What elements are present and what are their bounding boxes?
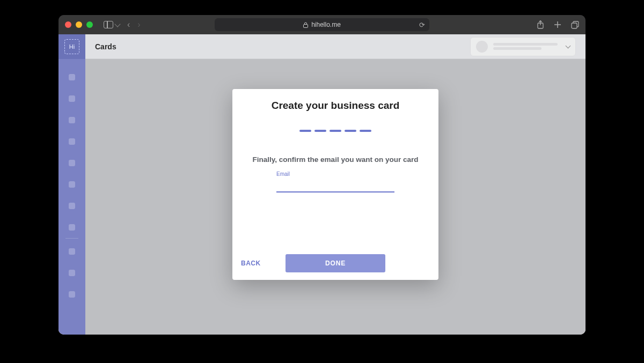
avatar (476, 41, 488, 53)
step-5 (360, 130, 371, 132)
app-content: Hi Cards (58, 34, 586, 335)
sidebar-item-2[interactable] (69, 95, 75, 102)
sidebar-item-4[interactable] (69, 138, 75, 145)
logo-frame: Hi (64, 39, 79, 54)
sidebar-item-6[interactable] (69, 181, 75, 188)
create-card-modal: Create your business card Finally, confi… (232, 89, 438, 280)
email-field-wrap: Email (276, 177, 394, 192)
maximize-window-button[interactable] (86, 21, 93, 28)
sidebar-item-5[interactable] (69, 160, 75, 166)
url-bar[interactable]: hihello.me ⟳ (215, 18, 429, 31)
page-title: Cards (95, 42, 116, 51)
tabs-icon[interactable] (571, 21, 579, 29)
step-indicator (239, 130, 432, 132)
sidebar-item-9[interactable] (69, 248, 75, 255)
sidebar-icon (104, 21, 113, 28)
sidebar-item-11[interactable] (69, 291, 75, 298)
email-field-label: Email (276, 171, 290, 177)
modal-overlay: Create your business card Finally, confi… (85, 59, 586, 335)
lock-icon (303, 22, 308, 28)
share-icon[interactable] (537, 20, 544, 29)
browser-window: ‹ › hihello.me ⟳ Hi (58, 15, 586, 335)
done-button[interactable]: DONE (286, 254, 385, 272)
sidebar-item-1[interactable] (69, 74, 75, 80)
window-controls (65, 21, 93, 28)
titlebar-left-controls: ‹ › (104, 20, 141, 29)
topbar: Cards (85, 34, 586, 59)
sidebar-item-7[interactable] (69, 203, 75, 209)
step-2 (314, 130, 326, 132)
chevron-down-icon (566, 43, 571, 48)
modal-prompt: Finally, confirm the email you want on y… (239, 155, 432, 164)
email-field[interactable] (276, 177, 394, 192)
sidebar-items (69, 74, 75, 231)
user-info-placeholder (493, 43, 558, 50)
sidebar-items-bottom (69, 248, 75, 298)
titlebar-right-controls (537, 20, 579, 29)
close-window-button[interactable] (65, 21, 71, 28)
svg-rect-0 (304, 24, 308, 27)
page-body: Create your business card Finally, confi… (85, 59, 586, 335)
url-text: hihello.me (311, 21, 341, 28)
sidebar-toggle-button[interactable] (104, 21, 120, 28)
modal-footer: BACK DONE (239, 255, 432, 272)
chevron-down-icon (114, 21, 120, 27)
forward-nav-button[interactable]: › (137, 20, 140, 29)
new-tab-icon[interactable] (554, 21, 561, 28)
sidebar-divider (65, 238, 78, 239)
step-1 (299, 130, 311, 132)
main-area: Cards Create your business card (85, 34, 586, 335)
user-menu[interactable] (470, 37, 576, 56)
step-3 (330, 130, 341, 132)
logo[interactable]: Hi (58, 34, 85, 59)
sidebar: Hi (58, 34, 85, 335)
back-nav-button[interactable]: ‹ (127, 20, 130, 29)
back-button[interactable]: BACK (239, 255, 263, 271)
reload-icon[interactable]: ⟳ (419, 21, 425, 29)
minimize-window-button[interactable] (76, 21, 82, 28)
step-4 (345, 130, 356, 132)
sidebar-item-10[interactable] (69, 270, 75, 276)
modal-title: Create your business card (239, 100, 432, 112)
browser-titlebar: ‹ › hihello.me ⟳ (58, 15, 586, 34)
sidebar-item-8[interactable] (69, 224, 75, 231)
sidebar-item-3[interactable] (69, 117, 75, 123)
svg-rect-2 (572, 23, 577, 28)
logo-text: Hi (69, 43, 75, 50)
